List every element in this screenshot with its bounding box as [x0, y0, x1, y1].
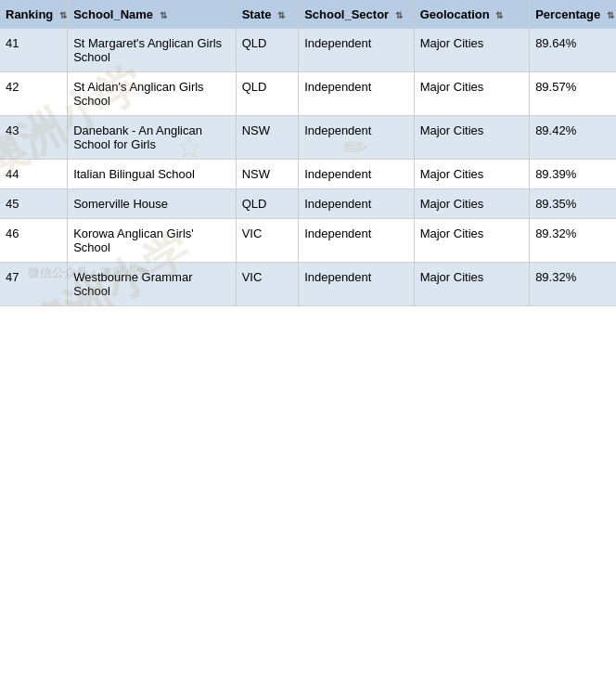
cell-school-name: Korowa Anglican Girls' School: [68, 219, 237, 263]
cell-percentage: 89.35%: [530, 189, 616, 219]
col-label-school-name: School_Name: [73, 7, 153, 21]
cell-school-sector: Independent: [299, 219, 415, 263]
cell-state: VIC: [236, 219, 298, 263]
col-header-school-name[interactable]: School_Name ⇅: [68, 0, 237, 29]
cell-school-sector: Independent: [299, 263, 415, 306]
sort-icon-school-name: ⇅: [160, 10, 167, 20]
cell-geolocation: Major Cities: [414, 29, 530, 72]
sort-icon-state: ⇅: [277, 10, 285, 20]
table-row: 45Somerville HouseQLDIndependentMajor Ci…: [0, 189, 616, 219]
cell-percentage: 89.39%: [530, 160, 616, 189]
cell-school-sector: Independent: [299, 116, 415, 160]
cell-percentage: 89.57%: [530, 72, 616, 116]
sort-icon-school-sector: ⇅: [395, 10, 403, 20]
cell-state: NSW: [236, 160, 298, 189]
table-header-row: Ranking ⇅ School_Name ⇅ State ⇅ School_S…: [0, 0, 616, 29]
cell-geolocation: Major Cities: [414, 189, 530, 219]
col-label-percentage: Percentage: [535, 7, 600, 21]
cell-school-name: Somerville House: [68, 189, 237, 219]
table-row: 46Korowa Anglican Girls' SchoolVICIndepe…: [0, 219, 616, 263]
col-header-state[interactable]: State ⇅: [236, 0, 298, 29]
col-header-ranking[interactable]: Ranking ⇅: [0, 0, 68, 29]
cell-state: QLD: [236, 29, 298, 72]
cell-ranking: 46: [0, 219, 68, 263]
cell-school-sector: Independent: [299, 160, 415, 189]
col-header-school-sector[interactable]: School_Sector ⇅: [299, 0, 415, 29]
cell-ranking: 42: [0, 72, 68, 116]
col-header-percentage[interactable]: Percentage ⇅: [530, 0, 616, 29]
table-row: 47Westbourne Grammar SchoolVICIndependen…: [0, 263, 616, 306]
table-row: 44Italian Bilingual SchoolNSWIndependent…: [0, 160, 616, 189]
col-label-ranking: Ranking: [6, 7, 53, 21]
cell-state: VIC: [236, 263, 298, 306]
cell-geolocation: Major Cities: [414, 116, 530, 160]
cell-school-sector: Independent: [299, 29, 415, 72]
cell-percentage: 89.32%: [530, 263, 616, 306]
cell-percentage: 89.32%: [530, 219, 616, 263]
col-label-geolocation: Geolocation: [420, 7, 490, 21]
table-row: 41St Margaret's Anglican Girls SchoolQLD…: [0, 29, 616, 72]
cell-school-sector: Independent: [299, 189, 415, 219]
cell-state: NSW: [236, 116, 298, 160]
main-table-container: 澳洲小学 澳洲小学 澳洲小学 微信公众号：澳洲小学 微信公众号：澳洲小学 ☆ ✏…: [0, 0, 616, 306]
cell-school-name: Westbourne Grammar School: [68, 263, 237, 306]
table-row: 42St Aidan's Anglican Girls SchoolQLDInd…: [0, 72, 616, 116]
col-label-school-sector: School_Sector: [304, 7, 389, 21]
cell-ranking: 43: [0, 116, 68, 160]
cell-state: QLD: [236, 189, 298, 219]
cell-ranking: 44: [0, 160, 68, 189]
cell-school-name: Italian Bilingual School: [68, 160, 237, 189]
table-body: 41St Margaret's Anglican Girls SchoolQLD…: [0, 29, 616, 306]
cell-percentage: 89.42%: [530, 116, 616, 160]
cell-geolocation: Major Cities: [414, 263, 530, 306]
sort-icon-percentage: ⇅: [607, 10, 614, 20]
cell-geolocation: Major Cities: [414, 72, 530, 116]
col-label-state: State: [242, 7, 272, 21]
cell-geolocation: Major Cities: [414, 219, 530, 263]
cell-state: QLD: [236, 72, 298, 116]
cell-school-name: St Aidan's Anglican Girls School: [68, 72, 237, 116]
cell-geolocation: Major Cities: [414, 160, 530, 189]
sort-icon-ranking: ⇅: [59, 10, 67, 20]
cell-school-name: St Margaret's Anglican Girls School: [68, 29, 237, 72]
sort-icon-geolocation: ⇅: [495, 10, 503, 20]
cell-ranking: 41: [0, 29, 68, 72]
cell-ranking: 47: [0, 263, 68, 306]
cell-percentage: 89.64%: [530, 29, 616, 72]
cell-school-name: Danebank - An Anglican School for Girls: [68, 116, 237, 160]
cell-ranking: 45: [0, 189, 68, 219]
rankings-table: Ranking ⇅ School_Name ⇅ State ⇅ School_S…: [0, 0, 616, 306]
col-header-geolocation[interactable]: Geolocation ⇅: [414, 0, 530, 29]
cell-school-sector: Independent: [299, 72, 415, 116]
table-row: 43Danebank - An Anglican School for Girl…: [0, 116, 616, 160]
